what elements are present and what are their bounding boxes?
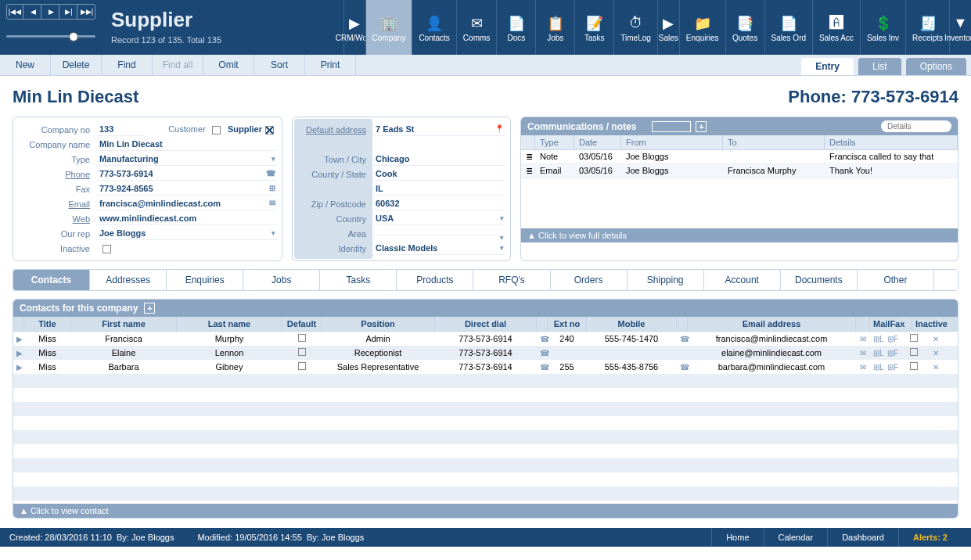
country-field[interactable]: USA▾	[372, 212, 505, 225]
module-title: Supplier	[111, 8, 272, 32]
nav-next2-icon[interactable]: ▶|	[61, 5, 77, 19]
find-button[interactable]: Find	[102, 55, 153, 75]
envelope-icon: ✉	[269, 199, 275, 207]
nav-last-icon[interactable]: ▶▶|	[79, 5, 95, 19]
subtab-tasks[interactable]: Tasks	[320, 270, 397, 290]
record-nav: |◀◀ ◀ ▶ ▶| ▶▶|	[0, 0, 102, 55]
state-field[interactable]: IL	[372, 182, 505, 196]
dashboard-button[interactable]: Dashboard	[827, 528, 898, 547]
phone-heading: Phone: 773-573-6914	[788, 87, 958, 107]
delete-button[interactable]: Delete	[51, 55, 102, 75]
top-tab-docs[interactable]: 📄Docs	[496, 0, 535, 55]
find-all-button[interactable]: Find all	[153, 55, 203, 75]
comm-row[interactable]: ≣Email03/05/16Joe BloggsFrancisca Murphy…	[521, 164, 958, 178]
tab-list[interactable]: List	[858, 58, 901, 75]
calendar-button[interactable]: Calendar	[764, 528, 828, 547]
nav-first-icon[interactable]: |◀◀	[7, 5, 23, 19]
area-field[interactable]: ▾	[372, 232, 505, 235]
plus-icon: ⊞	[269, 184, 275, 192]
web-field[interactable]: www.minlindiecast.com	[96, 212, 277, 225]
home-button[interactable]: Home	[711, 528, 763, 547]
comms-search-input[interactable]	[881, 120, 951, 132]
tab-entry[interactable]: Entry	[801, 58, 854, 75]
company-name-heading: Min Lin Diecast	[13, 87, 138, 107]
top-tab-jobs[interactable]: 📋Jobs	[535, 0, 574, 55]
app-header: |◀◀ ◀ ▶ ▶| ▶▶| Supplier Record 123 of 13…	[0, 0, 971, 55]
add-contact-button[interactable]: +	[144, 303, 155, 314]
comms-filter-field[interactable]	[652, 121, 691, 132]
top-tab-contacts[interactable]: 👤Contacts	[412, 0, 455, 55]
town-field[interactable]: Chicago	[372, 153, 505, 166]
top-tab-receipts[interactable]: 🧾Receipts	[905, 0, 949, 55]
county-field[interactable]: Cook	[372, 167, 505, 181]
type-field[interactable]: Manufacturing▾	[96, 153, 277, 166]
top-tab-crmwork[interactable]: ▶CRM/Work	[343, 0, 365, 55]
subtab-blank[interactable]	[934, 270, 958, 290]
sort-button[interactable]: Sort	[254, 55, 305, 75]
company-panel: Company no 133 Customer Supplier Company…	[13, 117, 282, 261]
top-tab-enquiries[interactable]: 📁Enquiries	[679, 0, 725, 55]
street-field[interactable]: 7 Eads St📍	[372, 123, 505, 136]
top-tab-inventory[interactable]: ▼Inventory	[949, 0, 971, 55]
top-tab-salesinv[interactable]: 💲Sales Inv	[860, 0, 905, 55]
contacts-grid: Contacts for this company + Title First …	[13, 299, 958, 519]
add-comm-button[interactable]: +	[696, 121, 707, 132]
subtab-addresses[interactable]: Addresses	[90, 270, 167, 290]
comms-title: Communications / notes	[527, 121, 636, 132]
subtab-shipping[interactable]: Shipping	[628, 270, 704, 290]
nav-prev-icon[interactable]: ◀	[25, 5, 41, 19]
contact-row[interactable]: ▶MissFranciscaMurphyAdmin773-573-6914☎24…	[13, 332, 958, 346]
chevron-down-icon: ▾	[272, 229, 275, 237]
phone-icon: ☎	[266, 169, 275, 178]
company-name-field[interactable]: Min Lin Diecast	[96, 138, 277, 151]
chevron-down-icon: ▾	[272, 155, 275, 163]
detail-tabs: ContactsAddressesEnquiriesJobsTasksProdu…	[13, 269, 958, 291]
subtab-orders[interactable]: Orders	[551, 270, 628, 290]
chevron-down-icon: ▾	[500, 214, 504, 222]
chevron-down-icon: ▾	[500, 244, 504, 252]
identity-field[interactable]: Classic Models▾	[372, 242, 505, 255]
subtab-enquiries[interactable]: Enquiries	[167, 270, 243, 290]
pin-icon: 📍	[494, 124, 504, 133]
subtab-other[interactable]: Other	[858, 270, 934, 290]
new-button[interactable]: New	[0, 55, 51, 75]
top-tab-salesacc[interactable]: 🅰Sales Acc	[812, 0, 860, 55]
top-tab-salesord[interactable]: 📄Sales Ord	[764, 0, 812, 55]
omit-button[interactable]: Omit	[203, 55, 254, 75]
tab-options[interactable]: Options	[906, 58, 966, 75]
supplier-checkbox[interactable]	[265, 126, 274, 135]
subtab-documents[interactable]: Documents	[781, 270, 858, 290]
record-counter: Record 123 of 135. Total 135	[111, 35, 272, 45]
contact-row[interactable]: ▶MissBarbaraGibneySales Representative77…	[13, 360, 958, 374]
contacts-expand-button[interactable]: ▲ Click to view contact	[13, 504, 958, 518]
fax-field[interactable]: 773-924-8565⊞	[96, 182, 277, 196]
comms-expand-button[interactable]: ▲ Click to view full details	[521, 228, 958, 242]
company-no-field[interactable]: 133	[96, 123, 143, 136]
subtab-contacts[interactable]: Contacts	[13, 270, 90, 290]
print-button[interactable]: Print	[305, 55, 356, 75]
top-tab-sales[interactable]: ▶Sales	[657, 0, 679, 55]
comms-panel: Communications / notes + Type Date From …	[520, 117, 958, 261]
inactive-checkbox[interactable]	[102, 245, 111, 253]
contacts-grid-title: Contacts for this company	[20, 303, 138, 314]
subtab-account[interactable]: Account	[704, 270, 781, 290]
record-slider[interactable]	[6, 32, 95, 40]
rep-field[interactable]: Joe Bloggs▾	[96, 227, 277, 240]
subtab-rfqs[interactable]: RFQ's	[473, 270, 550, 290]
email-field[interactable]: francisca@minlindiecast.com✉	[96, 197, 277, 210]
top-tab-tasks[interactable]: 📝Tasks	[574, 0, 613, 55]
nav-next-icon[interactable]: ▶	[43, 5, 59, 19]
customer-checkbox[interactable]	[212, 126, 221, 135]
address-panel: Default address7 Eads St📍 Town / CityChi…	[292, 117, 511, 261]
top-tab-company[interactable]: 🏢Company	[365, 0, 412, 55]
comm-row[interactable]: ≣Note03/05/16Joe BloggsFrancisca called …	[521, 150, 958, 164]
phone-field[interactable]: 773-573-6914☎	[96, 167, 277, 181]
subtab-jobs[interactable]: Jobs	[243, 270, 320, 290]
subtab-products[interactable]: Products	[397, 270, 473, 290]
top-tab-quotes[interactable]: 📑Quotes	[725, 0, 764, 55]
zip-field[interactable]: 60632	[372, 197, 505, 210]
alerts-button[interactable]: Alerts: 2	[898, 528, 962, 547]
top-tab-comms[interactable]: ✉Comms	[456, 0, 496, 55]
top-tab-timelog[interactable]: ⏱TimeLog	[613, 0, 657, 55]
contact-row[interactable]: ▶MissElaineLennonReceptionist773-573-691…	[13, 346, 958, 360]
